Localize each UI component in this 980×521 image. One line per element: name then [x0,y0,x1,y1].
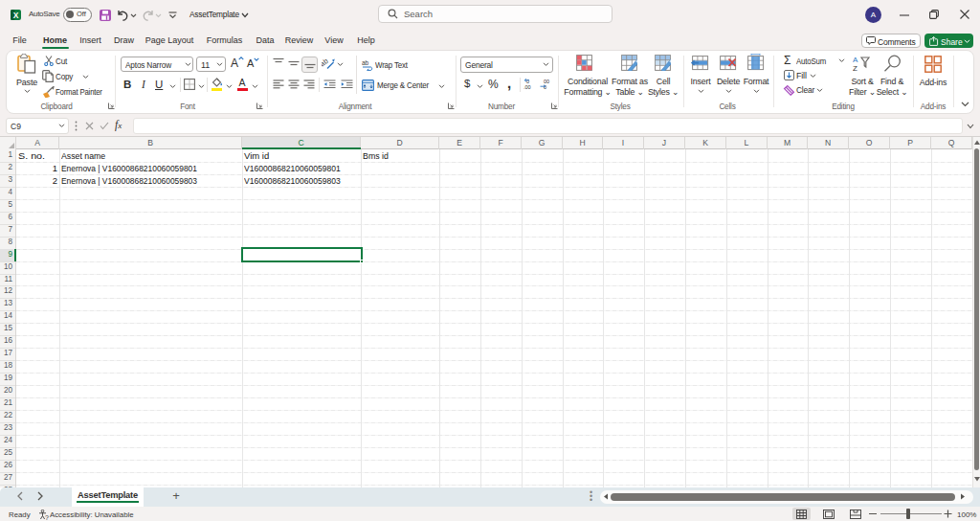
svg-text:00: 00 [544,79,549,84]
svg-text:X: X [13,11,19,20]
svg-text:ab: ab [362,59,369,66]
svg-text:A: A [853,56,858,64]
svg-text:.00: .00 [523,84,531,90]
svg-text:0: 0 [526,79,529,84]
svg-text:Z: Z [853,64,858,72]
svg-text:?: ? [45,513,49,520]
